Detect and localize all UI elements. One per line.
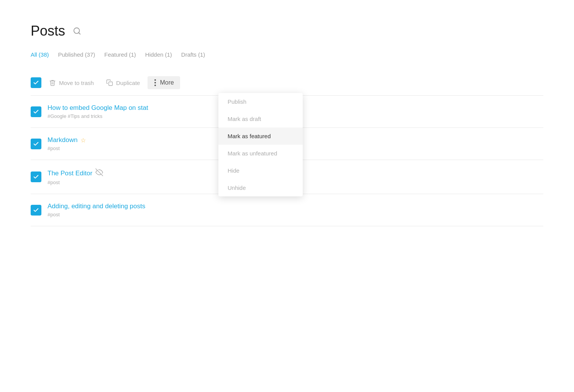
filter-tabs: All (38) Published (37) Featured (1) Hid… <box>31 51 543 58</box>
page-header: Posts <box>31 23 543 39</box>
post-content-3: The Post Editor #post <box>48 168 103 185</box>
svg-line-1 <box>79 33 80 34</box>
page-title: Posts <box>31 23 65 39</box>
search-icon <box>73 27 81 35</box>
checkmark-icon <box>33 80 39 86</box>
post-title-4[interactable]: Adding, editing and deleting posts <box>48 203 145 210</box>
checkmark-icon <box>33 207 39 213</box>
post-tags-2: #post <box>48 145 86 151</box>
filter-tab-drafts[interactable]: Drafts (1) <box>181 51 205 58</box>
list-item: Adding, editing and deleting posts #post <box>31 194 543 226</box>
filter-tab-published[interactable]: Published (37) <box>58 51 95 58</box>
dropdown-mark-featured[interactable]: Mark as featured <box>218 127 303 145</box>
post-tags-4: #post <box>48 212 145 217</box>
filter-tab-hidden[interactable]: Hidden (1) <box>145 51 172 58</box>
checkmark-icon <box>33 141 39 147</box>
post-tags-3: #post <box>48 180 103 185</box>
post-checkbox-3[interactable] <box>31 172 41 182</box>
toolbar: Move to trash Duplicate More Publish Mar… <box>31 70 543 96</box>
search-button[interactable] <box>71 25 83 37</box>
dropdown-unhide[interactable]: Unhide <box>218 179 303 196</box>
post-title-2[interactable]: Markdown ☆ <box>48 136 86 144</box>
star-icon: ☆ <box>80 137 86 144</box>
filter-tab-featured[interactable]: Featured (1) <box>104 51 136 58</box>
dropdown-mark-unfeatured[interactable]: Mark as unfeatured <box>218 145 303 162</box>
post-title-1[interactable]: How to embed Google Map on stat <box>48 104 148 112</box>
trash-icon <box>49 79 56 86</box>
post-checkbox-2[interactable] <box>31 139 41 149</box>
dropdown-hide[interactable]: Hide <box>218 162 303 179</box>
post-content-4: Adding, editing and deleting posts #post <box>48 203 145 217</box>
post-title-3[interactable]: The Post Editor <box>48 168 103 178</box>
duplicate-button[interactable]: Duplicate <box>102 77 145 88</box>
more-dropdown: Publish Mark as draft Mark as featured M… <box>218 93 303 196</box>
post-content-1: How to embed Google Map on stat #Google … <box>48 104 148 119</box>
checkmark-icon <box>33 174 39 180</box>
select-all-checkbox[interactable] <box>31 77 41 88</box>
filter-tab-all[interactable]: All (38) <box>31 51 49 58</box>
post-checkbox-1[interactable] <box>31 106 41 117</box>
three-dots-icon <box>154 79 157 86</box>
post-tags-1: #Google #Tips and tricks <box>48 113 148 119</box>
post-checkbox-4[interactable] <box>31 205 41 216</box>
move-to-trash-button[interactable]: Move to trash <box>44 77 98 88</box>
more-button[interactable]: More <box>148 76 180 89</box>
duplicate-icon <box>106 79 113 86</box>
dropdown-mark-draft[interactable]: Mark as draft <box>218 110 303 127</box>
dropdown-publish[interactable]: Publish <box>218 93 303 110</box>
post-content-2: Markdown ☆ #post <box>48 136 86 151</box>
checkmark-icon <box>33 109 39 115</box>
svg-rect-2 <box>109 82 113 86</box>
hidden-icon <box>95 168 103 178</box>
